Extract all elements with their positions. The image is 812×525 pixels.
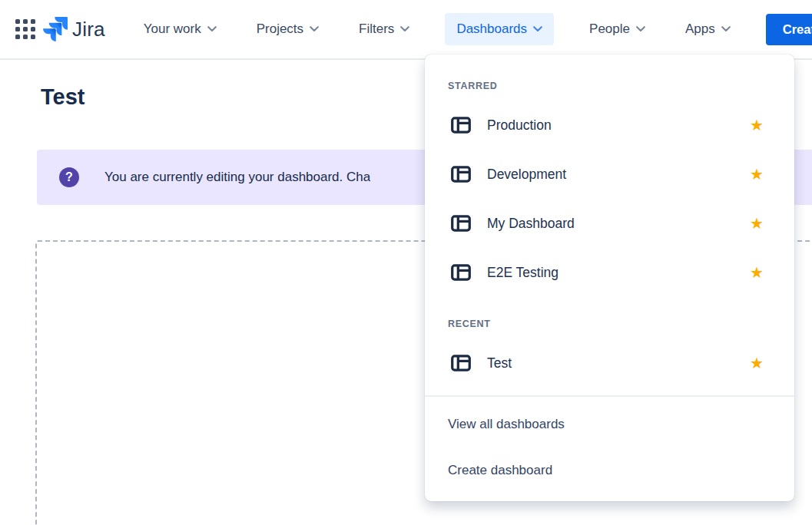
nav-item-projects[interactable]: Projects [252, 13, 323, 45]
chevron-down-icon [310, 26, 319, 32]
jira-logo-icon [43, 17, 68, 41]
chevron-down-icon [207, 26, 217, 32]
star-icon[interactable]: ★ [750, 117, 764, 133]
section-label-starred: STARRED [425, 71, 794, 97]
dropdown-footer: View all dashboards Create dashboard [425, 397, 794, 494]
view-all-dashboards-link[interactable]: View all dashboards [425, 401, 794, 447]
menu-item-dashboard[interactable]: Production ★ [425, 101, 794, 150]
star-icon[interactable]: ★ [750, 355, 764, 371]
menu-item-dashboard[interactable]: Test ★ [425, 338, 794, 388]
menu-item-dashboard[interactable]: Development ★ [425, 150, 794, 199]
app-switcher-button[interactable] [15, 14, 35, 45]
nav-item-dashboards[interactable]: Dashboards [445, 13, 554, 45]
section-label-recent: RECENT [425, 309, 794, 335]
dashboard-icon [451, 215, 471, 232]
nav-item-apps[interactable]: Apps [681, 13, 735, 45]
chevron-down-icon [636, 26, 645, 32]
grid-icon [15, 19, 35, 39]
chevron-down-icon [721, 26, 731, 32]
dashboard-icon [451, 264, 471, 281]
create-button[interactable]: Create [766, 14, 812, 45]
dashboard-icon [451, 166, 471, 183]
dashboard-icon [451, 117, 471, 134]
primary-menu: Your work Projects Filters Dashboards Pe… [139, 13, 735, 45]
nav-item-your-work[interactable]: Your work [139, 13, 221, 45]
jira-logo[interactable]: Jira [43, 17, 105, 41]
chevron-down-icon [400, 26, 409, 32]
menu-item-dashboard[interactable]: My Dashboard ★ [425, 199, 794, 248]
star-icon[interactable]: ★ [750, 167, 764, 182]
star-icon[interactable]: ★ [750, 216, 764, 231]
chevron-down-icon [533, 26, 542, 32]
dashboards-dropdown-menu: STARRED Production ★ Development ★ My Da… [425, 54, 794, 501]
menu-item-dashboard[interactable]: E2E Testing ★ [425, 248, 794, 297]
jira-logo-text: Jira [72, 18, 105, 41]
question-mark-icon: ? [59, 167, 79, 187]
nav-item-people[interactable]: People [585, 13, 650, 45]
create-dashboard-link[interactable]: Create dashboard [425, 447, 794, 494]
dashboard-icon [451, 355, 471, 371]
nav-item-filters[interactable]: Filters [354, 13, 414, 45]
star-icon[interactable]: ★ [750, 265, 764, 280]
banner-message: You are currently editing your dashboard… [104, 170, 370, 185]
top-nav: Jira Your work Projects Filters Dashboar… [0, 0, 812, 60]
